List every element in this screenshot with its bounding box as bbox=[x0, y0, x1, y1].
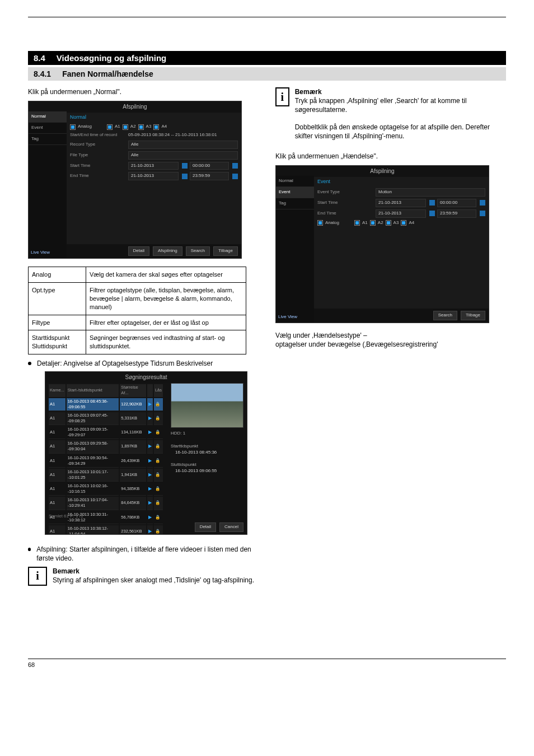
end-time-input[interactable]: 23:59:59 bbox=[437, 209, 476, 218]
subsection-num: 8.4.1 bbox=[34, 69, 51, 78]
end-time-input[interactable]: 23:59:59 bbox=[190, 172, 229, 180]
left-column: Klik på undermenuen „Normal". Afspilning… bbox=[28, 84, 259, 597]
bullet-detail: Detaljer: Angivelse af Optagelsestype Ti… bbox=[28, 359, 259, 368]
fig2-sidebar: Normal Event Tag bbox=[276, 176, 314, 323]
chk-a3[interactable] bbox=[138, 124, 144, 130]
subsection-title: Fanen Normal/hændelse bbox=[62, 69, 153, 78]
end-date-input[interactable]: 21-10-2013 bbox=[128, 172, 179, 180]
chk-a1[interactable] bbox=[107, 124, 113, 130]
note-block-left: i Bemærk Styring af afspilningen sker an… bbox=[28, 567, 259, 586]
note-text: Styring af afspilningen sker analogt med… bbox=[53, 576, 254, 585]
search-button[interactable]: Search bbox=[186, 246, 210, 256]
top-rule bbox=[28, 17, 506, 17]
end-date-input[interactable]: 21-10-2013 bbox=[376, 209, 426, 218]
table-row[interactable]: A116-10-2013 09:07:45--09:08:255,331KB▶🔒 bbox=[49, 412, 163, 425]
play-button[interactable]: Afspilning bbox=[153, 246, 182, 256]
note-heading: Bemærk bbox=[53, 567, 254, 576]
result-preview: HDD: 1 Starttidspunkt 16-10-2013 08:45:3… bbox=[171, 383, 243, 474]
chk-a3[interactable] bbox=[386, 220, 391, 226]
note-text-2: Dobbeltklik på den ønskede optagelse for… bbox=[295, 123, 506, 141]
table-row[interactable]: A116-10-2013 10:02:16--10:16:1594,385KB▶… bbox=[49, 483, 163, 496]
live-view-link[interactable]: Live View bbox=[278, 314, 297, 320]
event-intro: Klik på undermenuen „Hændelse". bbox=[275, 152, 506, 161]
fig1-panel-title: Normal bbox=[67, 111, 241, 123]
lbl-analog: Analog bbox=[78, 124, 105, 130]
chk-a4[interactable] bbox=[401, 220, 406, 226]
chk-a2[interactable] bbox=[370, 220, 376, 226]
fig1-sidebar: Normal Event Tag bbox=[29, 111, 67, 258]
start-time-input[interactable]: 00:00:00 bbox=[437, 199, 476, 207]
table-row[interactable]: A116-10-2013 10:01:17--10:01:251,941KB▶🔒 bbox=[49, 469, 163, 482]
clock-icon[interactable] bbox=[480, 211, 485, 216]
table-row[interactable]: A116-10-2013 10:17:04--10:29:4184,645KB▶… bbox=[49, 497, 163, 510]
under-fig2-line1: Vælg under ‚Hændelsestype' – bbox=[275, 331, 506, 340]
start-date-input[interactable]: 21-10-2013 bbox=[376, 199, 426, 207]
sidebar-item-event[interactable]: Event bbox=[29, 123, 67, 134]
preview-thumbnail bbox=[171, 383, 243, 428]
description-table: AnalogVælg det kamera der skal søges eft… bbox=[28, 267, 246, 354]
right-column: i Bemærk Tryk på knappen ‚Afspilning' el… bbox=[275, 84, 506, 597]
clock-icon[interactable] bbox=[480, 200, 485, 206]
figure-search-result: Søgningsresultat Kame... Start-/sluttids… bbox=[45, 371, 247, 535]
start-time-input[interactable]: 00:00:00 bbox=[190, 162, 229, 170]
info-icon: i bbox=[28, 567, 47, 586]
calendar-icon[interactable] bbox=[182, 174, 188, 179]
table-row[interactable]: A116-10-2013 09:09:15--09:29:07134,116KB… bbox=[49, 426, 163, 439]
sidebar-item-normal[interactable]: Normal bbox=[29, 111, 67, 123]
chk-analog[interactable] bbox=[317, 220, 323, 226]
clock-icon[interactable] bbox=[232, 163, 238, 169]
chk-a1[interactable] bbox=[354, 220, 360, 226]
event-type-select[interactable]: Motion bbox=[376, 188, 485, 197]
sidebar-item-tag[interactable]: Tag bbox=[29, 134, 67, 145]
record-type-select[interactable]: Alle bbox=[128, 141, 238, 149]
chk-a4[interactable] bbox=[153, 124, 159, 130]
under-fig2-line2: optagelser under bevægelse (‚Bevægelsesr… bbox=[275, 340, 506, 349]
calendar-icon[interactable] bbox=[429, 200, 435, 206]
fig2-title: Afspilning bbox=[276, 166, 489, 177]
section-header: 8.4 Videosøgning og afspilning bbox=[28, 51, 506, 65]
page-number: 68 bbox=[28, 661, 35, 668]
back-button[interactable]: Tilbage bbox=[461, 311, 485, 320]
detail-button[interactable]: Detail bbox=[128, 246, 149, 256]
chk-a2[interactable] bbox=[123, 124, 128, 130]
table-row[interactable]: A116-10-2013 09:29:58--09:30:041,897KB▶🔒 bbox=[49, 440, 163, 453]
back-button[interactable]: Tilbage bbox=[213, 246, 238, 256]
section-title: Videosøgning og afspilning bbox=[57, 53, 166, 63]
table-row[interactable]: A116-10-2013 09:30:54--09:34:2926,439KB▶… bbox=[49, 455, 163, 468]
bullet-icon bbox=[28, 362, 31, 365]
result-detail-button[interactable]: Detail bbox=[195, 522, 216, 532]
bullet-icon bbox=[28, 548, 31, 551]
fig2-footer: Search Tilbage bbox=[314, 309, 489, 323]
calendar-icon[interactable] bbox=[182, 163, 188, 169]
note-heading: Bemærk bbox=[295, 87, 506, 96]
fig2-main: Event Event TypeMotion Start Time21-10-2… bbox=[314, 176, 489, 323]
sidebar-item-tag[interactable]: Tag bbox=[276, 198, 314, 209]
clock-icon[interactable] bbox=[232, 174, 238, 179]
start-date-input[interactable]: 21-10-2013 bbox=[128, 162, 179, 170]
result-cancel-button[interactable]: Cancel bbox=[219, 522, 243, 532]
result-table: Kame... Start-/sluttidspunkt Størrelse A… bbox=[48, 383, 164, 535]
sidebar-item-normal[interactable]: Normal bbox=[276, 176, 314, 187]
calendar-icon[interactable] bbox=[429, 211, 435, 216]
live-view-link[interactable]: Live View bbox=[31, 250, 50, 256]
figure-event-playback: Afspilning Normal Event Tag Event Event … bbox=[275, 165, 489, 323]
note-block-right: i Bemærk Tryk på knappen ‚Afspilning' el… bbox=[275, 87, 506, 141]
result-summary: Samlet 61 P: 1 /1 bbox=[49, 514, 83, 520]
fig2-panel-title: Event bbox=[314, 176, 489, 187]
fig1-title: Afspilning bbox=[29, 101, 241, 113]
page-footer: 68 bbox=[28, 659, 506, 668]
subsection-header: 8.4.1 Fanen Normal/hændelse bbox=[28, 67, 506, 81]
file-type-select[interactable]: Alle bbox=[128, 151, 238, 160]
figure-normal-playback: Afspilning Normal Event Tag Normal Analo… bbox=[28, 101, 242, 259]
result-title: Søgningsresultat bbox=[45, 372, 247, 383]
note-text-1: Tryk på knappen ‚Afspilning' eller ‚Sear… bbox=[295, 96, 506, 114]
search-button[interactable]: Search bbox=[433, 311, 457, 320]
fig1-footer: Detail Afspilning Search Tilbage bbox=[67, 244, 241, 258]
chk-analog[interactable] bbox=[70, 124, 76, 130]
info-icon: i bbox=[275, 87, 289, 106]
table-row[interactable]: A116-10-2013 10:38:12--11:04:54232,561KB… bbox=[49, 525, 163, 535]
bullet-playback: Afspilning: Starter afspilningen, i tilf… bbox=[28, 545, 259, 563]
fig1-main: Normal Analog A1 A2 A3 A4 Start/End time… bbox=[67, 111, 241, 258]
sidebar-item-event[interactable]: Event bbox=[276, 187, 314, 198]
table-row[interactable]: A116-10-2013 08:45:36--09:06:55122,902KB… bbox=[49, 398, 163, 411]
